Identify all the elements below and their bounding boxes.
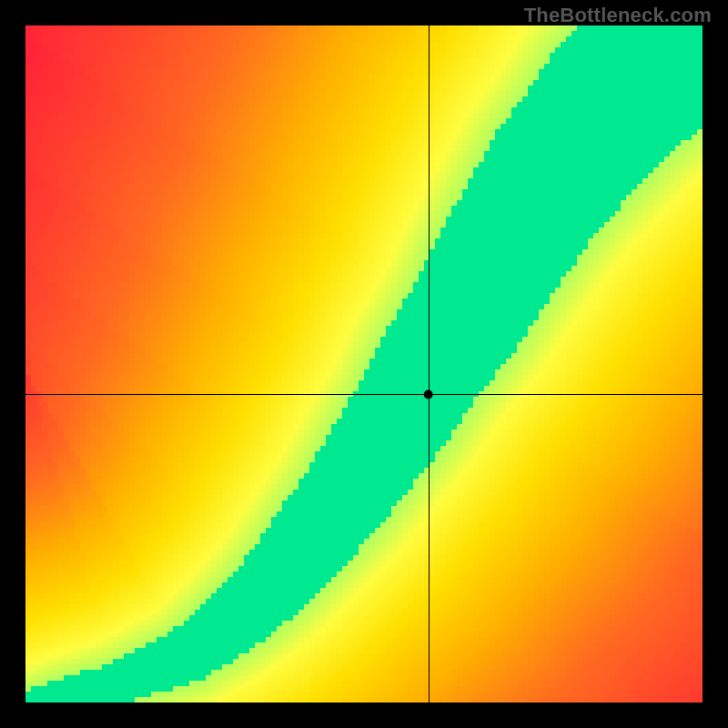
watermark-text: TheBottleneck.com xyxy=(524,4,712,27)
heatmap-canvas xyxy=(25,25,703,703)
heatmap-plot xyxy=(25,25,703,703)
chart-frame: TheBottleneck.com xyxy=(0,0,728,728)
